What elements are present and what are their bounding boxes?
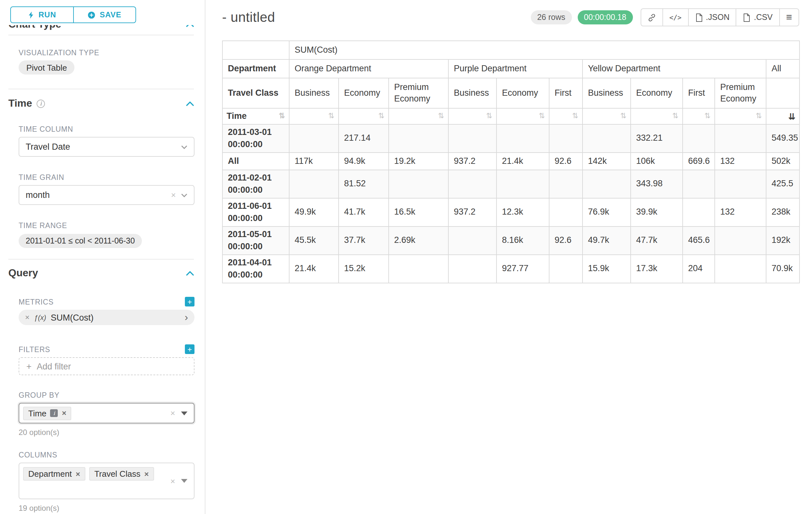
sort-icon[interactable]: ⇅ (438, 113, 444, 120)
value-cell: 502k (766, 153, 800, 170)
row-count-badge: 26 rows (531, 10, 572, 24)
pivot-sort-row: Time⇅⇅⇅⇅⇅⇅⇅⇅⇅⇅⇅⇊ (223, 108, 800, 124)
caret-down-icon (181, 479, 187, 483)
sort-cell[interactable]: ⇅ (389, 108, 448, 124)
value-cell: 669.6 (683, 153, 715, 170)
sort-cell[interactable]: ⇅ (549, 108, 582, 124)
chart-area: - untitled 26 rows 00:00:00.18 </> (205, 0, 812, 514)
sort-cell[interactable]: ⇅ (715, 108, 766, 124)
add-filter-button[interactable]: + Add filter (19, 357, 195, 375)
code-icon: </> (669, 13, 682, 21)
value-cell: 937.2 (448, 153, 496, 170)
sort-cell[interactable]: ⇅ (496, 108, 549, 124)
value-cell: 15.9k (582, 255, 631, 283)
embed-code-button[interactable]: </> (662, 8, 689, 26)
caret-down-icon (181, 411, 187, 415)
value-cell (683, 198, 715, 226)
value-cell: 8.16k (496, 226, 549, 255)
time-range-pill[interactable]: 2011-01-01 ≤ col < 2011-06-30 (19, 234, 142, 248)
value-tag[interactable]: Department× (23, 467, 85, 481)
travel-class-cell: Premium Economy (715, 78, 766, 108)
value-tag[interactable]: Travel Class× (89, 467, 154, 481)
sort-cell[interactable]: ⇅ (631, 108, 683, 124)
chart-title[interactable]: - untitled (222, 10, 275, 25)
sort-descending-icon[interactable]: ⇊ (788, 112, 795, 120)
sort-icon[interactable]: ⇅ (756, 113, 762, 120)
add-filter-plus-button[interactable]: + (185, 344, 195, 354)
sort-cell[interactable]: ⇅ (289, 108, 339, 124)
caret-right-icon[interactable]: › (184, 312, 188, 323)
export-button-group: </> .JSON .CSV (640, 8, 799, 26)
value-cell (582, 170, 631, 198)
save-button[interactable]: SAVE (73, 6, 136, 23)
sort-icon[interactable]: ⇅ (704, 113, 710, 120)
export-csv-button[interactable]: .CSV (736, 8, 780, 26)
value-cell: 117k (289, 153, 339, 170)
chevron-down-icon (181, 193, 187, 197)
sort-icon[interactable]: ⇅ (328, 113, 335, 120)
query-timer-badge: 00:00:00.18 (577, 10, 633, 24)
value-cell (448, 226, 496, 255)
chart-header: - untitled 26 rows 00:00:00.18 </> (222, 8, 799, 26)
collapse-chevron-icon[interactable] (186, 271, 194, 275)
collapse-chevron-icon[interactable] (186, 101, 194, 106)
run-button[interactable]: RUN (10, 6, 74, 23)
group-by-select[interactable]: Timei× × (19, 403, 195, 424)
sort-cell[interactable]: ⇊ (766, 108, 800, 124)
columns-label: COLUMNS (19, 451, 194, 459)
sort-cell[interactable]: ⇅ (582, 108, 631, 124)
sort-icon[interactable]: ⇅ (620, 113, 627, 120)
sort-cell[interactable]: ⇅ (683, 108, 715, 124)
menu-button[interactable]: ≡ (779, 8, 799, 26)
add-metric-button[interactable]: + (185, 297, 195, 306)
remove-tag-icon[interactable]: × (76, 470, 80, 478)
value-cell: 70.9k (766, 255, 800, 283)
value-cell: 927.77 (496, 255, 549, 283)
copy-link-button[interactable] (640, 8, 663, 26)
collapse-chevron-icon[interactable] (186, 25, 194, 27)
value-cell (448, 124, 496, 153)
clear-icon[interactable]: × (171, 191, 176, 199)
department-group-cell: Orange Department (289, 59, 448, 78)
clear-icon[interactable]: × (170, 477, 175, 485)
value-cell (448, 170, 496, 198)
corner-cell (223, 41, 289, 59)
sort-icon[interactable]: ⇅ (572, 113, 578, 120)
value-cell: 142k (582, 153, 631, 170)
clear-icon[interactable]: × (170, 409, 175, 417)
travel-class-cell: Premium Economy (389, 78, 448, 108)
metric-pill[interactable]: × ƒ(x) SUM(Cost) › (19, 310, 195, 325)
visualization-type-pill[interactable]: Pivot Table (19, 60, 75, 75)
remove-metric-icon[interactable]: × (25, 313, 30, 322)
value-cell: 192k (766, 226, 800, 255)
value-cell (496, 170, 549, 198)
table-row: 2011-02-01 00:00:0081.52343.98425.5 (223, 170, 800, 198)
sort-cell[interactable]: ⇅ (448, 108, 496, 124)
group-by-options-hint: 20 option(s) (19, 428, 194, 437)
sort-icon[interactable]: ⇅ (378, 113, 384, 120)
columns-select[interactable]: Department×Travel Class× × (19, 463, 195, 499)
save-label: SAVE (100, 10, 122, 19)
remove-tag-icon[interactable]: × (144, 470, 149, 478)
value-cell: 92.6 (549, 153, 582, 170)
csv-label: .CSV (754, 13, 773, 22)
table-row: 2011-06-01 00:00:0049.9k41.7k16.5k937.21… (223, 198, 800, 226)
function-icon: ƒ(x) (34, 314, 46, 321)
time-grain-label: TIME GRAIN (19, 173, 194, 181)
department-group-cell: All (766, 59, 800, 78)
sort-icon[interactable]: ⇅ (672, 113, 678, 120)
sort-cell[interactable]: ⇅ (339, 108, 389, 124)
export-json-button[interactable]: .JSON (688, 8, 736, 26)
travel-class-cell: Economy (496, 78, 549, 108)
sort-icon[interactable]: ⇅ (486, 113, 492, 120)
time-section-title: Time (8, 98, 32, 109)
sort-icon[interactable]: ⇅ (279, 113, 285, 120)
time-column-select[interactable]: Travel Date (19, 137, 195, 157)
time-label-cell[interactable]: Time⇅ (223, 108, 289, 124)
time-label: Time (227, 110, 247, 122)
remove-tag-icon[interactable]: × (62, 409, 66, 417)
time-grain-select[interactable]: month × (19, 185, 195, 205)
value-tag[interactable]: Timei× (23, 406, 71, 420)
sort-icon[interactable]: ⇅ (539, 113, 545, 120)
value-cell: 94.9k (339, 153, 389, 170)
